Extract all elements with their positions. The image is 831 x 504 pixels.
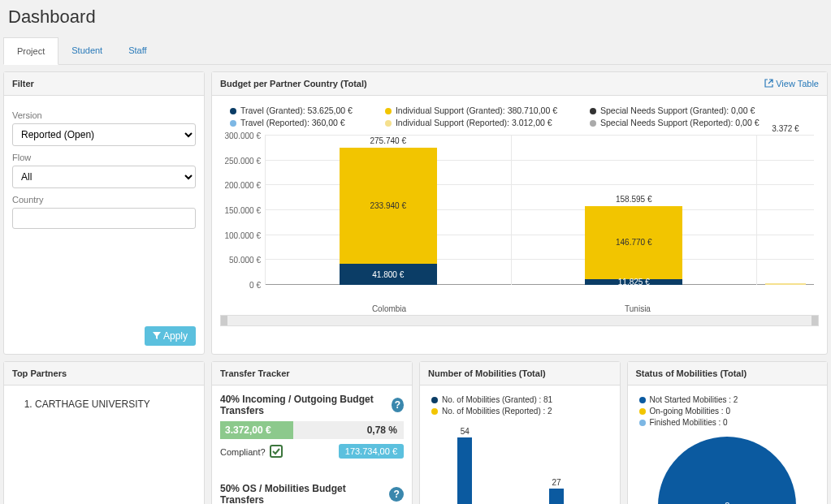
transfer1-compliant: Compliant? [220, 445, 283, 458]
transfer1-bar: 3.372,00 €0,78 % [220, 421, 404, 439]
list-item: CARTHAGE UNIVERSITY [35, 398, 191, 410]
help-icon[interactable]: ? [392, 398, 404, 412]
top-partners-header: Top Partners [4, 362, 204, 386]
budget-header: Budget per Partner Country (Total) [220, 79, 367, 88]
main-tabs: Project Student Staff [3, 37, 831, 65]
apply-button[interactable]: Apply [145, 326, 196, 346]
status-panel: Status of Mobilities (Total) Not Started… [627, 361, 829, 504]
flow-select[interactable]: All [12, 166, 196, 188]
page-title: Dashboard [0, 0, 831, 37]
budget-chart: 0 €50.000 €100.000 €150.000 €200.000 €25… [220, 136, 819, 298]
filter-header: Filter [4, 72, 204, 96]
status-legend: Not Started Mobilities : 2 On-going Mobi… [636, 394, 820, 432]
top-partners-panel: Top Partners CARTHAGE UNIVERSITY [3, 361, 205, 504]
mobilities-header: Number of Mobilities (Total) [420, 362, 620, 386]
mobilities-chart: 542270 Student MobilityStaff Mobility [428, 425, 612, 504]
external-link-icon [764, 79, 773, 88]
help-icon[interactable]: ? [389, 487, 404, 502]
transfer2-title: 50% OS / Mobilities Budget Transfers [220, 483, 389, 504]
version-label: Version [12, 110, 196, 120]
flow-label: Flow [12, 153, 196, 162]
transfer1-badge: 173.734,00 € [339, 444, 404, 459]
tab-student[interactable]: Student [58, 37, 115, 64]
filter-icon [153, 332, 161, 340]
transfer-header: Transfer Tracker [212, 362, 412, 386]
mobilities-legend: No. of Mobilities (Granted) : 81 No. of … [428, 394, 612, 420]
tab-staff[interactable]: Staff [115, 37, 159, 64]
pie-center-label: 2 [725, 501, 729, 504]
filter-panel: Filter Version Reported (Open) Flow All … [3, 71, 205, 355]
svg-rect-0 [271, 446, 282, 457]
transfer1-title: 40% Incoming / Outgoing Budget Transfers [220, 394, 392, 416]
tab-project[interactable]: Project [3, 37, 58, 65]
top-partners-list: CARTHAGE UNIVERSITY [12, 394, 196, 415]
country-label: Country [12, 195, 196, 205]
budget-panel: Budget per Partner Country (Total) View … [211, 71, 828, 355]
chart-scrollbar[interactable] [220, 315, 819, 326]
transfer1-pct: 0,78 % [367, 424, 404, 436]
view-table-link[interactable]: View Table [764, 79, 819, 88]
mobilities-panel: Number of Mobilities (Total) No. of Mobi… [419, 361, 621, 504]
check-icon [270, 445, 283, 458]
budget-legend: Travel (Granted): 53.625,00 € Travel (Re… [220, 101, 819, 132]
transfer-tracker-panel: Transfer Tracker 40% Incoming / Outgoing… [211, 361, 413, 504]
country-input[interactable] [12, 208, 196, 229]
status-header: Status of Mobilities (Total) [628, 362, 828, 386]
version-select[interactable]: Reported (Open) [12, 123, 196, 146]
status-pie: 2 [658, 437, 796, 504]
